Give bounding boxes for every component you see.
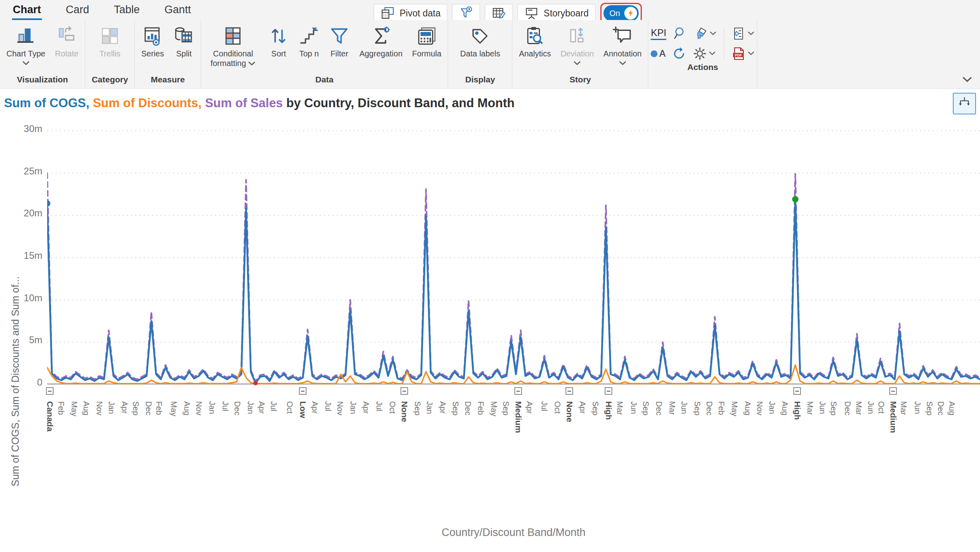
- ribbon-item-chart-type[interactable]: Chart Type: [2, 26, 49, 67]
- x-axis-month-label: Feb: [154, 401, 163, 415]
- ribbon-item-analytics[interactable]: Analytics: [515, 26, 555, 58]
- y-axis-tick-label: 30m: [14, 123, 42, 134]
- annotation-icon: [612, 26, 633, 46]
- chevron-down-icon: [747, 50, 755, 57]
- tab-table[interactable]: Table: [113, 0, 141, 20]
- ribbon-item-split[interactable]: Split: [169, 26, 198, 58]
- settings-gear-button[interactable]: [693, 46, 716, 61]
- collapse-group-button[interactable]: [46, 387, 54, 395]
- ribbon-group-label: Actions: [651, 61, 755, 76]
- x-axis-month-label: Sep: [413, 401, 422, 416]
- x-axis-month-label: Jul: [269, 401, 278, 412]
- label-a-button[interactable]: A: [651, 48, 665, 59]
- x-axis-group-label: None: [400, 401, 409, 422]
- ribbon-group-data: Conditional formattingSortTop nFilterAgg…: [201, 20, 448, 88]
- chart-title-bar: Sum of COGS, Sum of Discounts, Sum of Sa…: [0, 89, 980, 118]
- format-painter-button[interactable]: [693, 26, 717, 41]
- x-axis-month-label: Jul: [374, 401, 384, 412]
- ribbon-group-label: Data: [203, 73, 445, 88]
- x-axis-month-label: Jun: [866, 401, 875, 414]
- x-axis-month-label: Oct: [876, 401, 886, 414]
- chevron-down-icon: [747, 30, 755, 37]
- ribbon-item-filter[interactable]: Filter: [325, 26, 354, 58]
- toggle-state-label: On: [610, 9, 620, 18]
- x-axis-group-label: Low: [298, 401, 308, 418]
- ribbon-item-annotation[interactable]: Annotation: [600, 26, 646, 67]
- x-axis-month-label: Nov: [755, 401, 764, 416]
- tab-row: ChartCardTableGantt Pivot dataStoryboard…: [0, 0, 980, 20]
- split-icon: [173, 26, 194, 46]
- data-labels-icon: [470, 26, 490, 46]
- x-axis-month-label: Sep: [693, 401, 702, 416]
- x-axis-month-label: Oct: [553, 401, 562, 414]
- tab-card[interactable]: Card: [65, 0, 90, 20]
- collapse-group-button[interactable]: [605, 387, 612, 395]
- chevron-down-icon: [248, 58, 256, 68]
- x-axis-month-label: Aug: [947, 401, 956, 416]
- kpi-button[interactable]: KPI: [651, 27, 666, 40]
- x-axis-month-label: Jan: [425, 401, 434, 414]
- collapse-group-button[interactable]: [299, 387, 307, 395]
- chevron-down-icon: [573, 60, 581, 67]
- ribbon-item-data-labels[interactable]: Data labels: [450, 26, 510, 58]
- x-axis-group-label: Medium: [514, 401, 523, 433]
- ribbon-item-label: Deviation: [560, 49, 594, 58]
- x-axis-month-label: Feb: [717, 401, 726, 415]
- ribbon-item-formula[interactable]: Formula: [408, 26, 445, 58]
- tab-chart[interactable]: Chart: [12, 0, 42, 20]
- x-axis-month-label: Feb: [476, 401, 485, 415]
- ribbon-item-series[interactable]: Series: [137, 26, 168, 58]
- ribbon-item-sort[interactable]: Sort: [264, 26, 293, 58]
- ribbon-group-measure: SeriesSplitMeasure: [135, 20, 201, 88]
- x-axis-group-label: High: [604, 401, 613, 420]
- ribbon-item-deviation: Deviation: [556, 26, 598, 67]
- title-part: Sum of Discounts,: [90, 96, 202, 110]
- expand-hierarchy-button[interactable]: [953, 93, 976, 114]
- tab-gantt[interactable]: Gantt: [164, 0, 192, 20]
- x-axis-month-label: May: [169, 401, 178, 416]
- x-axis-month-label: Dec: [843, 401, 852, 416]
- collapse-group-button[interactable]: [793, 387, 801, 395]
- pdf-export-button[interactable]: PDF: [731, 46, 755, 61]
- collapse-ribbon-chevron[interactable]: [954, 72, 980, 88]
- x-axis-month-label: Aug: [780, 401, 789, 416]
- y-axis-tick-label: 15m: [14, 250, 42, 261]
- refresh-button[interactable]: [672, 46, 686, 61]
- x-axis-month-label: Aug: [743, 401, 752, 416]
- x-axis-month-label: Mar: [667, 401, 677, 415]
- x-axis-month-label: Apr: [257, 401, 266, 414]
- y-axis-tick-label: 20m: [14, 208, 42, 219]
- rotate-icon: [56, 26, 77, 46]
- x-axis-month-label: Jul: [540, 401, 549, 412]
- ribbon-item-label: Formula: [412, 49, 441, 58]
- page-settings-button[interactable]: [731, 26, 755, 41]
- x-axis-title: Country/Discount Band/Month: [47, 526, 980, 539]
- chevron-down-icon: [709, 50, 716, 57]
- ribbon-item-label: Rotate: [55, 49, 78, 58]
- y-axis-tick-label: 25m: [14, 166, 42, 177]
- x-axis-month-label: Sep: [451, 401, 460, 416]
- collapse-group-button[interactable]: [400, 387, 408, 395]
- storyboard-icon: [524, 6, 539, 20]
- interactions-toggle[interactable]: On: [604, 5, 639, 21]
- x-axis-month-label: Apr: [310, 401, 319, 414]
- collapse-group-button[interactable]: [566, 387, 573, 395]
- ribbon-item-top-n[interactable]: Top n: [295, 26, 323, 58]
- collapse-group-button[interactable]: [889, 387, 897, 395]
- x-axis-labels: CanadaFebMayAugNovJanAprSepDecFebMayAugN…: [47, 385, 980, 457]
- x-axis-month-label: Sep: [829, 401, 838, 416]
- x-axis-month-label: Jan: [107, 401, 116, 414]
- deviation-icon: [567, 26, 588, 46]
- conditional-formatting-icon: [223, 26, 243, 46]
- collapse-group-button[interactable]: [514, 387, 522, 395]
- funnel-badge-icon: [459, 6, 473, 20]
- chevron-down-icon: [22, 60, 30, 67]
- tab-bar: ChartCardTableGantt: [12, 0, 192, 20]
- expand-hierarchy-icon: [957, 96, 972, 112]
- zoom-search-button[interactable]: [673, 26, 687, 41]
- y-axis-tick-label: 5m: [14, 334, 42, 346]
- ribbon-item-conditional-formatting[interactable]: Conditional formatting: [203, 26, 263, 68]
- ribbon-item-aggregation[interactable]: Aggregation: [355, 26, 406, 58]
- analytics-icon: [524, 26, 545, 46]
- x-axis-month-label: Jan: [349, 401, 358, 414]
